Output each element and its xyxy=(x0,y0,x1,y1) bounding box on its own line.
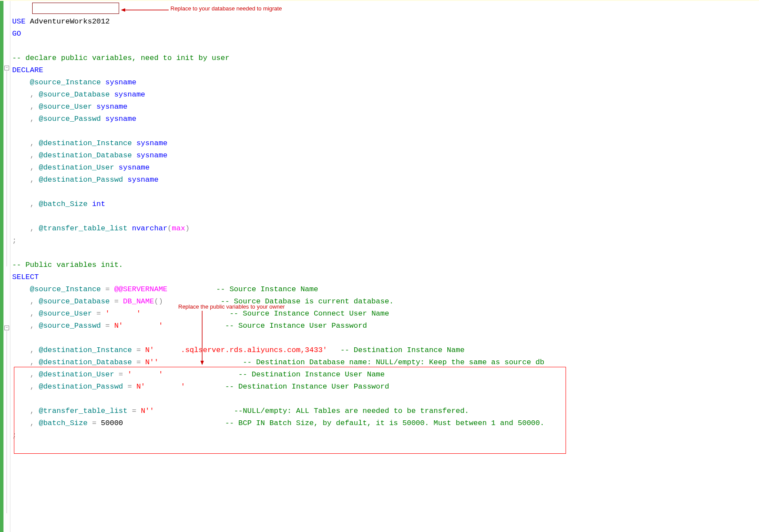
code-area[interactable]: USE AdventureWorks2012 GO -- declare pub… xyxy=(10,1,759,532)
line: , @source_Passwd sysname xyxy=(12,115,136,123)
code-editor[interactable]: − − USE AdventureWorks2012 GO -- declare… xyxy=(0,1,759,532)
line: , @source_Passwd = N' ' -- Source Instan… xyxy=(12,322,367,330)
line: GO xyxy=(12,30,21,38)
annotation-label: Replace to your database needed to migra… xyxy=(170,5,282,12)
svg-marker-3 xyxy=(200,361,204,365)
fold-gutter: − − xyxy=(3,1,10,532)
line: , @source_Database sysname xyxy=(12,90,145,99)
line: , @batch_Size int xyxy=(12,200,105,208)
line: , @destination_Instance sysname xyxy=(12,139,167,147)
line: , @destination_Database sysname xyxy=(12,151,167,160)
line: DECLARE xyxy=(12,66,43,74)
annotation-label: Replace the public variables to your own… xyxy=(178,303,285,310)
fold-line xyxy=(7,71,7,266)
line: ; xyxy=(12,431,17,439)
line: , @transfer_table_list nvarchar(max) xyxy=(12,224,190,233)
line: -- Public variables init. xyxy=(12,261,123,269)
fold-line xyxy=(7,331,7,513)
arrow-icon xyxy=(198,311,206,365)
line: -- declare public variables, need to ini… xyxy=(12,54,230,62)
line: , @destination_User = ' ' -- Destination… xyxy=(12,370,385,379)
line: SELECT xyxy=(12,273,39,281)
arrow-icon xyxy=(121,8,169,12)
line: , @transfer_table_list = N'' --NULL/empt… xyxy=(12,407,469,415)
fold-toggle-icon[interactable]: − xyxy=(4,66,9,70)
line: , @batch_Size = 50000 -- BCP IN Batch Si… xyxy=(12,419,544,427)
fold-toggle-icon[interactable]: − xyxy=(4,326,9,330)
line: @source_Instance sysname xyxy=(12,78,136,86)
line: ; xyxy=(12,236,17,245)
line: , @destination_Passwd = N' ' -- Destinat… xyxy=(12,382,389,391)
line: , @destination_Instance = N' .sqlserver.… xyxy=(12,346,465,354)
line: @source_Instance = @@SERVERNAME -- Sourc… xyxy=(12,285,318,293)
line: , @destination_User sysname xyxy=(12,163,150,172)
line: USE AdventureWorks2012 xyxy=(12,17,110,26)
line: , @destination_Passwd sysname xyxy=(12,176,159,184)
svg-marker-1 xyxy=(121,8,125,12)
change-indicator-stripe xyxy=(0,1,3,532)
line: , @destination_Database = N'' -- Destina… xyxy=(12,358,544,366)
line: , @source_User sysname xyxy=(12,103,127,111)
